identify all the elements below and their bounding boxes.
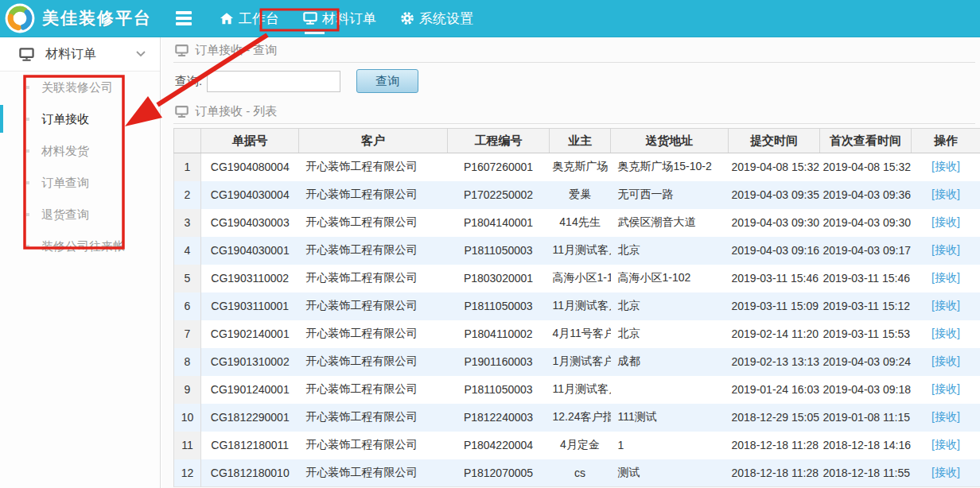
cell: 2019-03-11 15:09 bbox=[729, 292, 820, 320]
query-button[interactable]: 查询 bbox=[356, 69, 418, 93]
cell: 2019-04-03 09:36 bbox=[820, 181, 912, 209]
column-header: 单据号 bbox=[201, 129, 299, 153]
query-input[interactable] bbox=[207, 71, 340, 92]
cell: CG1812290001 bbox=[201, 404, 299, 432]
nav-item-material-orders[interactable]: 材料订单 bbox=[291, 0, 388, 37]
receive-link[interactable]: [接收] bbox=[931, 327, 960, 339]
list-section-header: 订单接收 - 列表 bbox=[173, 101, 975, 124]
cell: 2018-12-18 11:28 bbox=[729, 459, 820, 487]
cell: 8 bbox=[174, 348, 201, 376]
cell: 2019-04-03 09:16 bbox=[729, 237, 820, 265]
receive-link[interactable]: [接收] bbox=[931, 215, 960, 228]
receive-link[interactable]: [接收] bbox=[931, 466, 960, 478]
sidebar-item-order-receive[interactable]: 订单接收 bbox=[0, 103, 160, 135]
cell: 9 bbox=[174, 376, 201, 404]
sidebar-item-company-accounts[interactable]: 装修公司往来帐 bbox=[0, 230, 160, 262]
cell: 2018-12-18 11:28 bbox=[729, 432, 820, 459]
nav-item-label: 系统设置 bbox=[419, 10, 473, 28]
orders-table: 单据号客户工程编号业主送货地址提交时间首次查看时间操作 1CG190408000… bbox=[173, 128, 980, 487]
cell: 2019-02-13 13:13 bbox=[729, 348, 820, 376]
sidebar-item-order-query[interactable]: 订单查询 bbox=[0, 167, 160, 199]
cell: CG1901240001 bbox=[201, 376, 299, 404]
cell: P1804140001 bbox=[448, 209, 550, 237]
column-header: 工程编号 bbox=[448, 129, 550, 153]
cell: 1 bbox=[611, 432, 729, 459]
action-cell: [接收] bbox=[912, 265, 980, 292]
menu-toggle-icon[interactable] bbox=[176, 11, 192, 25]
cell: 2019-04-03 09:30 bbox=[820, 209, 912, 237]
cell: P1803020001 bbox=[448, 265, 550, 292]
sidebar-group-label: 材料订单 bbox=[45, 46, 96, 63]
query-section-header: 订单接收 - 查询 bbox=[173, 40, 975, 63]
receive-link[interactable]: [接收] bbox=[931, 243, 960, 256]
action-cell: [接收] bbox=[912, 376, 980, 404]
cell: 开心装饰工程有限公司 bbox=[299, 376, 448, 404]
column-header: 提交时间 bbox=[729, 129, 820, 153]
cell: 10 bbox=[174, 404, 201, 432]
action-cell: [接收] bbox=[912, 237, 980, 265]
cell: 高海小区1-102 bbox=[611, 265, 729, 292]
cell: P1607260001 bbox=[448, 153, 550, 181]
cell: 2019-04-08 15:32 bbox=[820, 153, 912, 181]
receive-link[interactable]: [接收] bbox=[931, 271, 960, 284]
cell: 11 bbox=[174, 432, 201, 459]
nav-item-workbench[interactable]: 工作台 bbox=[208, 0, 291, 37]
bullet-icon bbox=[26, 86, 29, 89]
column-header: 客户 bbox=[299, 129, 448, 153]
nav-item-label: 工作台 bbox=[239, 10, 279, 28]
cell: 7 bbox=[174, 320, 201, 348]
cell: CG1903110001 bbox=[201, 292, 299, 320]
receive-link[interactable]: [接收] bbox=[931, 354, 960, 367]
cell: 高海小区1-102 bbox=[550, 265, 611, 292]
cell: P1811050003 bbox=[448, 292, 550, 320]
sidebar-item-label: 订单接收 bbox=[41, 112, 89, 127]
sidebar-item-material-shipping[interactable]: 材料发货 bbox=[0, 135, 160, 167]
action-cell: [接收] bbox=[912, 404, 980, 432]
table-row: 8CG1901310002开心装饰工程有限公司P19011600031月测试客户… bbox=[174, 348, 980, 376]
cell: 111测试 bbox=[611, 404, 729, 432]
cell: 2019-03-11 15:53 bbox=[820, 320, 912, 348]
cell: 开心装饰工程有限公司 bbox=[299, 404, 448, 432]
cell: CG1902140001 bbox=[201, 320, 299, 348]
sidebar-item-related-companies[interactable]: 关联装修公司 bbox=[0, 72, 160, 103]
sidebar-item-return-query[interactable]: 退货查询 bbox=[0, 199, 160, 230]
nav-item-system-settings[interactable]: 系统设置 bbox=[388, 0, 485, 37]
sidebar-item-label: 退货查询 bbox=[41, 207, 89, 223]
cell: P1811050003 bbox=[448, 376, 550, 404]
column-header bbox=[174, 129, 201, 153]
action-cell: [接收] bbox=[912, 153, 980, 181]
cell: 12.24客户指派 bbox=[550, 404, 611, 432]
sidebar-group-material-orders[interactable]: 材料订单 bbox=[0, 37, 160, 72]
cell: 2019-03-11 15:12 bbox=[820, 292, 912, 320]
action-cell: [接收] bbox=[912, 432, 980, 459]
cell: 无可西一路 bbox=[611, 181, 729, 209]
brand-title: 美佳装修平台 bbox=[42, 7, 152, 29]
cell: 2 bbox=[174, 181, 201, 209]
cell: 2019-03-11 15:46 bbox=[729, 265, 820, 292]
cell: 2018-12-29 15:05 bbox=[729, 404, 820, 432]
cell: 12 bbox=[174, 459, 201, 487]
receive-link[interactable]: [接收] bbox=[931, 299, 960, 312]
cell: 奥克斯广场15-10-2 bbox=[611, 153, 729, 181]
cell: 2019-01-08 11:15 bbox=[820, 404, 912, 432]
receive-link[interactable]: [接收] bbox=[931, 410, 960, 423]
table-row: 7CG1902140001开心装饰工程有限公司P18041100024月11号客… bbox=[174, 320, 980, 348]
cell: CG1903110002 bbox=[201, 265, 299, 292]
table-row: 4CG1904030001开心装饰工程有限公司P181105000311月测试客… bbox=[174, 237, 980, 265]
receive-link[interactable]: [接收] bbox=[931, 382, 960, 395]
receive-link[interactable]: [接收] bbox=[931, 438, 960, 451]
monitor-icon bbox=[303, 11, 317, 25]
cell: 2019-03-11 15:46 bbox=[820, 265, 912, 292]
query-form: 查询: 查询 bbox=[173, 63, 980, 99]
receive-link[interactable]: [接收] bbox=[931, 188, 960, 200]
cell: 11月测试客户 bbox=[550, 237, 611, 265]
monitor-icon bbox=[19, 47, 34, 62]
bullet-icon bbox=[26, 149, 29, 153]
action-cell: [接收] bbox=[912, 320, 980, 348]
cell: 成都 bbox=[611, 348, 729, 376]
receive-link[interactable]: [接收] bbox=[931, 160, 960, 172]
cell: 6 bbox=[174, 292, 201, 320]
cell: 开心装饰工程有限公司 bbox=[299, 265, 448, 292]
table-row: 10CG1812290001开心装饰工程有限公司P181224000312.24… bbox=[174, 404, 980, 432]
cell: P1804220004 bbox=[448, 432, 550, 459]
